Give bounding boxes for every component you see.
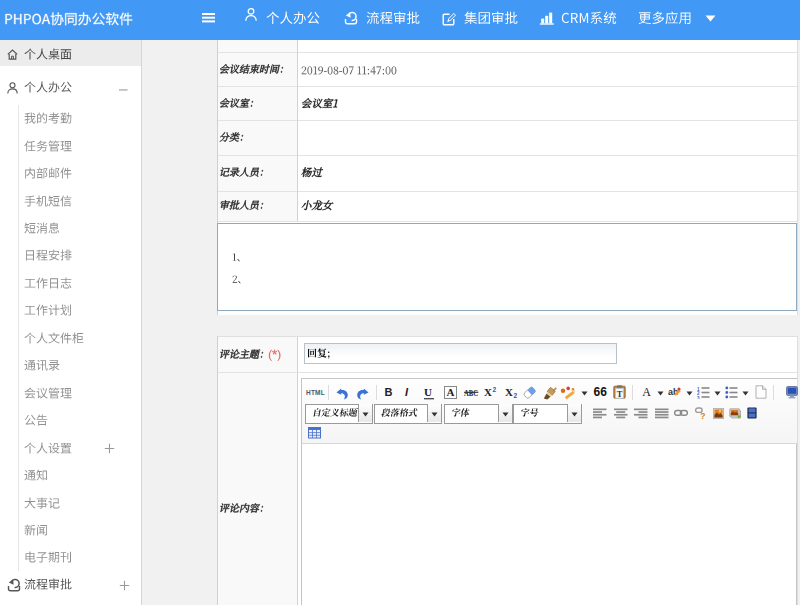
svg-text:X: X xyxy=(484,386,492,397)
svg-text:2: 2 xyxy=(493,386,497,393)
svg-text:2: 2 xyxy=(513,392,517,398)
svg-text:A: A xyxy=(446,386,454,398)
svg-text:T: T xyxy=(617,389,623,399)
svg-text:X: X xyxy=(505,386,513,398)
svg-text:U: U xyxy=(424,387,432,398)
svg-text:3: 3 xyxy=(697,395,700,399)
svg-text:?: ? xyxy=(700,411,706,420)
svg-text:A: A xyxy=(642,386,651,397)
